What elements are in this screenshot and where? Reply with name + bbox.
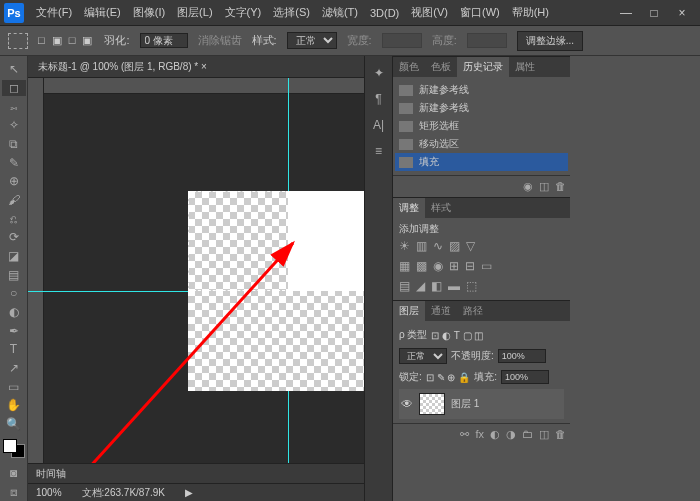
tab-swatches[interactable]: 色板: [425, 57, 457, 77]
type-tool-icon[interactable]: T: [2, 341, 26, 358]
healing-tool-icon[interactable]: ⊕: [2, 173, 26, 190]
vtab-icon[interactable]: ≡: [375, 144, 382, 158]
exposure-icon[interactable]: ▨: [449, 239, 460, 253]
tab-color[interactable]: 颜色: [393, 57, 425, 77]
timeline-panel[interactable]: 时间轴: [28, 463, 364, 483]
marquee-tool-icon[interactable]: [8, 33, 28, 49]
document-tab[interactable]: 未标题-1 @ 100% (图层 1, RGB/8) * ×: [28, 56, 364, 78]
foreground-color[interactable]: [3, 439, 17, 453]
vtab-icon[interactable]: A|: [373, 118, 384, 132]
menu-type[interactable]: 文字(Y): [219, 1, 268, 24]
eyedropper-tool-icon[interactable]: ✎: [2, 154, 26, 171]
blend-mode-select[interactable]: 正常: [399, 348, 447, 364]
link-icon[interactable]: ⚯: [460, 428, 469, 441]
colorlook-icon[interactable]: ⊟: [465, 259, 475, 273]
crop-tool-icon[interactable]: ⧉: [2, 136, 26, 153]
gradmap-icon[interactable]: ▬: [448, 279, 460, 293]
adjustment-layer-icon[interactable]: ◑: [506, 428, 516, 441]
menu-layer[interactable]: 图层(L): [171, 1, 218, 24]
selcolor-icon[interactable]: ⬚: [466, 279, 477, 293]
zoom-tool-icon[interactable]: 🔍: [2, 416, 26, 433]
history-item-active[interactable]: 填充: [395, 153, 568, 171]
vtab-icon[interactable]: ✦: [374, 66, 384, 80]
path-select-tool-icon[interactable]: ↗: [2, 360, 26, 377]
minimize-button[interactable]: —: [612, 4, 640, 22]
threshold-icon[interactable]: ◧: [431, 279, 442, 293]
move-tool-icon[interactable]: ↖: [2, 61, 26, 78]
screenmode-icon[interactable]: ⧈: [2, 483, 26, 500]
mask-icon[interactable]: ◐: [490, 428, 500, 441]
history-item[interactable]: 新建参考线: [399, 81, 564, 99]
gradient-tool-icon[interactable]: ▤: [2, 266, 26, 283]
marquee-tool-icon[interactable]: ◻: [2, 80, 26, 97]
refine-edge-button[interactable]: 调整边缘...: [517, 31, 583, 51]
curves-icon[interactable]: ∿: [433, 239, 443, 253]
layer-name[interactable]: 图层 1: [451, 397, 479, 411]
quickmask-icon[interactable]: ◙: [2, 465, 26, 482]
menu-image[interactable]: 图像(I): [127, 1, 171, 24]
pen-tool-icon[interactable]: ✒: [2, 322, 26, 339]
tab-properties[interactable]: 属性: [509, 57, 541, 77]
close-button[interactable]: ×: [668, 4, 696, 22]
camera-icon[interactable]: ◉: [523, 180, 533, 193]
history-item[interactable]: 移动选区: [399, 135, 564, 153]
trash-icon[interactable]: 🗑: [555, 180, 566, 193]
bw-icon[interactable]: ▩: [416, 259, 427, 273]
doc-info[interactable]: 文档:263.7K/87.9K: [82, 486, 165, 500]
menu-filter[interactable]: 滤镜(T): [316, 1, 364, 24]
delete-icon[interactable]: 🗑: [555, 428, 566, 441]
tab-paths[interactable]: 路径: [457, 301, 489, 321]
lasso-tool-icon[interactable]: ⟕: [2, 98, 26, 115]
document-canvas[interactable]: [188, 191, 364, 391]
menu-select[interactable]: 选择(S): [267, 1, 316, 24]
history-item[interactable]: 矩形选框: [399, 117, 564, 135]
menu-window[interactable]: 窗口(W): [454, 1, 506, 24]
maximize-button[interactable]: □: [640, 4, 668, 22]
ruler-vertical[interactable]: [28, 78, 44, 478]
style-select[interactable]: 正常: [287, 32, 337, 49]
fx-icon[interactable]: fx: [475, 428, 484, 441]
brush-tool-icon[interactable]: 🖌: [2, 192, 26, 209]
shape-tool-icon[interactable]: ▭: [2, 378, 26, 395]
invert-icon[interactable]: ▤: [399, 279, 410, 293]
group-icon[interactable]: 🗀: [522, 428, 533, 441]
posterize-icon[interactable]: ◢: [416, 279, 425, 293]
tab-styles[interactable]: 样式: [425, 198, 457, 218]
tab-channels[interactable]: 通道: [425, 301, 457, 321]
history-brush-tool-icon[interactable]: ⟳: [2, 229, 26, 246]
tab-adjustments[interactable]: 调整: [393, 198, 425, 218]
opacity-input[interactable]: [498, 349, 546, 363]
channel-mixer-icon[interactable]: ⊞: [449, 259, 459, 273]
hue-icon[interactable]: ▦: [399, 259, 410, 273]
stamp-tool-icon[interactable]: ⎌: [2, 210, 26, 227]
wand-tool-icon[interactable]: ✧: [2, 117, 26, 134]
ruler-horizontal[interactable]: [28, 78, 364, 94]
menu-view[interactable]: 视图(V): [405, 1, 454, 24]
vtab-icon[interactable]: ¶: [375, 92, 381, 106]
brightness-icon[interactable]: ☀: [399, 239, 410, 253]
menu-file[interactable]: 文件(F): [30, 1, 78, 24]
layer-row[interactable]: 👁 图层 1: [399, 389, 564, 419]
eraser-tool-icon[interactable]: ◪: [2, 248, 26, 265]
hand-tool-icon[interactable]: ✋: [2, 397, 26, 414]
fill-input[interactable]: [501, 370, 549, 384]
menu-edit[interactable]: 编辑(E): [78, 1, 127, 24]
vibrance-icon[interactable]: ▽: [466, 239, 475, 253]
photo-filter-icon[interactable]: ◉: [433, 259, 443, 273]
feather-input[interactable]: [140, 33, 188, 48]
dodge-tool-icon[interactable]: ◐: [2, 304, 26, 321]
history-item[interactable]: 新建参考线: [399, 99, 564, 117]
menu-3d[interactable]: 3D(D): [364, 3, 405, 23]
visibility-icon[interactable]: 👁: [401, 397, 413, 411]
canvas-viewport[interactable]: [28, 78, 364, 478]
tab-layers[interactable]: 图层: [393, 301, 425, 321]
levels-icon[interactable]: ▥: [416, 239, 427, 253]
color-swatch[interactable]: [3, 439, 25, 457]
zoom-level[interactable]: 100%: [36, 487, 62, 498]
new-snapshot-icon[interactable]: ◫: [539, 180, 549, 193]
tab-history[interactable]: 历史记录: [457, 57, 509, 77]
layer-thumbnail[interactable]: [419, 393, 445, 415]
menu-help[interactable]: 帮助(H): [506, 1, 555, 24]
blur-tool-icon[interactable]: ○: [2, 285, 26, 302]
new-layer-icon[interactable]: ◫: [539, 428, 549, 441]
